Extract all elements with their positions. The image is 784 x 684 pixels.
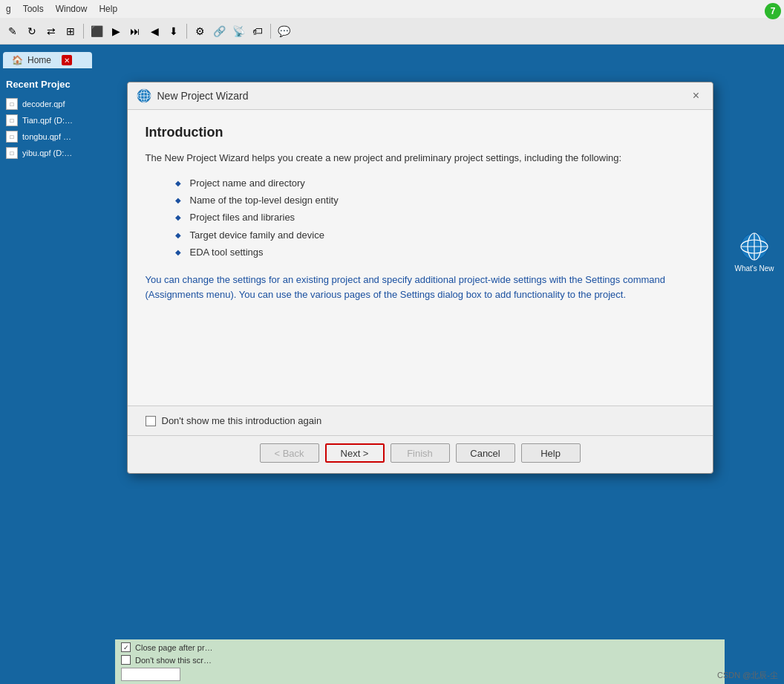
toolbar-icon-refresh[interactable]: ↻	[24, 23, 40, 39]
dialog-checkbox-row: Don't show me this introduction again	[128, 405, 713, 435]
toolbar-icon-stop[interactable]: ⬛	[88, 23, 105, 39]
dialog-intro-title: Introduction	[146, 125, 695, 140]
toolbar-icon-broadcast[interactable]: 📡	[230, 23, 246, 39]
tab-close-btn[interactable]: ✕	[62, 55, 72, 65]
dialog-button-row: < Back Next > Finish Cancel Help	[128, 435, 713, 473]
menu-item-help[interactable]: Help	[99, 4, 117, 14]
dialog-title-text: New Project Wizard	[157, 90, 249, 102]
toolbar-icon-prev[interactable]: ◀	[146, 23, 163, 39]
toolbar-icon-grid[interactable]: ⊞	[62, 23, 79, 39]
status-input[interactable]	[121, 668, 180, 681]
sidebar-item-0[interactable]: □ decoder.qpf	[0, 96, 115, 112]
toolbar-icon-download[interactable]: ⬇	[166, 23, 182, 39]
main-area: Recent Projec □ decoder.qpf □ Tian.qpf (…	[0, 68, 784, 684]
sidebar-item-3[interactable]: □ yibu.qpf (D:…	[0, 145, 115, 161]
back-button[interactable]: < Back	[260, 443, 319, 463]
toolbar-icon-link[interactable]: 🔗	[211, 23, 227, 39]
sidebar-item-label-1: Tian.qpf (D:…	[22, 116, 73, 125]
menu-item-g[interactable]: g	[6, 4, 11, 14]
toolbar-separator-3	[270, 24, 271, 39]
finish-button[interactable]: Finish	[391, 443, 450, 463]
next-button[interactable]: Next >	[325, 443, 385, 463]
menu-bar: g Tools Window Help 7	[0, 0, 784, 18]
dialog-para-2: You can change the settings for an exist…	[146, 273, 695, 302]
dialog-list: Project name and directory Name of the t…	[190, 175, 695, 261]
dont-show-checkbox[interactable]	[121, 655, 131, 665]
right-panel: What's New	[725, 68, 784, 684]
dialog-close-button[interactable]: ×	[689, 88, 704, 103]
dialog-title-left: New Project Wizard	[137, 88, 249, 103]
dont-show-intro-label: Don't show me this introduction again	[162, 415, 322, 426]
sidebar-item-label-2: tongbu.qpf …	[22, 132, 71, 141]
sidebar-item-1[interactable]: □ Tian.qpf (D:…	[0, 112, 115, 128]
list-item-4: EDA tool settings	[190, 244, 695, 261]
new-project-wizard-dialog: New Project Wizard × Introduction The Ne…	[127, 82, 713, 474]
toolbar-icon-next[interactable]: ⏭	[127, 23, 143, 39]
list-item-2: Project files and libraries	[190, 209, 695, 226]
dont-show-label: Don't show this scr…	[135, 656, 212, 665]
file-icon-3: □	[6, 147, 18, 159]
cancel-button[interactable]: Cancel	[456, 443, 515, 463]
toolbar: ✎ ↻ ⇄ ⊞ ⬛ ▶ ⏭ ◀ ⬇ ⚙ 🔗 📡 🏷 💬	[0, 18, 784, 45]
content-area: Close page after pr… Don't show this scr…	[115, 68, 725, 684]
toolbar-separator-2	[186, 24, 187, 39]
toolbar-icon-comment[interactable]: 💬	[275, 23, 292, 39]
list-item-3: Target device family and device	[190, 227, 695, 244]
menu-item-tools[interactable]: Tools	[23, 4, 44, 14]
toolbar-icon-sync[interactable]: ⇄	[43, 23, 59, 39]
status-bar: Close page after pr… Don't show this scr…	[115, 639, 725, 684]
dialog-body: Introduction The New Project Wizard help…	[128, 110, 713, 405]
tab-bar: 🏠 Home ✕	[0, 45, 784, 68]
list-item-1: Name of the top-level design entity	[190, 192, 695, 209]
notification-badge[interactable]: 7	[765, 3, 781, 19]
toolbar-icon-tag[interactable]: 🏷	[249, 23, 266, 39]
sidebar: Recent Projec □ decoder.qpf □ Tian.qpf (…	[0, 68, 115, 684]
whats-new-label: What's New	[734, 264, 774, 273]
home-icon: 🏠	[12, 55, 23, 65]
dialog-title-bar: New Project Wizard ×	[128, 82, 713, 110]
toolbar-icon-settings[interactable]: ⚙	[192, 23, 208, 39]
watermark: CSDN @北辰-尘	[717, 670, 778, 681]
list-item-0: Project name and directory	[190, 175, 695, 192]
sidebar-item-2[interactable]: □ tongbu.qpf …	[0, 128, 115, 145]
file-icon-0: □	[6, 98, 18, 110]
status-item-dont-show: Don't show this scr…	[121, 655, 719, 665]
sidebar-item-label-0: decoder.qpf	[22, 100, 65, 108]
close-page-checkbox[interactable]	[121, 642, 131, 652]
dont-show-intro-checkbox[interactable]	[146, 416, 156, 426]
toolbar-icon-play[interactable]: ▶	[108, 23, 124, 39]
help-button[interactable]: Help	[521, 443, 581, 463]
close-page-label: Close page after pr…	[135, 643, 213, 652]
sidebar-item-label-3: yibu.qpf (D:…	[22, 149, 72, 157]
whats-new-globe-icon	[739, 232, 769, 261]
menu-item-window[interactable]: Window	[56, 4, 88, 14]
file-icon-1: □	[6, 114, 18, 126]
file-icon-2: □	[6, 131, 18, 143]
dialog-spacer	[146, 302, 695, 391]
dialog-overlay: New Project Wizard × Introduction The Ne…	[115, 68, 725, 684]
dialog-para-1: The New Project Wizard helps you create …	[146, 151, 695, 166]
dialog-globe-icon	[137, 88, 151, 103]
tab-home-label: Home	[27, 55, 51, 65]
whats-new-button[interactable]: What's New	[734, 232, 774, 273]
status-item-close-page: Close page after pr…	[121, 642, 719, 652]
tab-home[interactable]: 🏠 Home ✕	[3, 52, 92, 68]
toolbar-icon-pencil[interactable]: ✎	[4, 23, 21, 39]
toolbar-separator-1	[83, 24, 84, 39]
sidebar-title: Recent Projec	[0, 76, 115, 96]
